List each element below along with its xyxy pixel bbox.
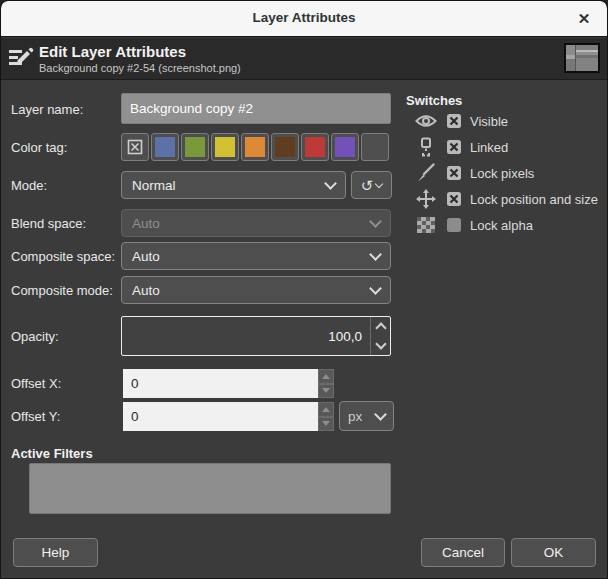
unit-dropdown[interactable]: px — [339, 401, 394, 431]
opacity-spinbox[interactable]: 100,0 — [121, 316, 391, 356]
layer-thumbnail — [564, 43, 600, 73]
chevron-down-icon — [369, 282, 382, 295]
active-filters-list[interactable] — [29, 463, 391, 514]
blend-space-label: Blend space: — [11, 216, 86, 231]
switch-row-lock-pixels: Lock pixels — [413, 162, 534, 184]
chevron-down-icon — [375, 180, 383, 188]
spin-up-icon[interactable] — [318, 369, 334, 384]
color-tag-orange-button[interactable] — [241, 133, 269, 161]
color-tag-yellow-button[interactable] — [211, 133, 239, 161]
lock-alpha-checkbox[interactable] — [447, 218, 461, 232]
dialog-header: Edit Layer Attributes Background copy #2… — [1, 38, 607, 80]
visible-checkbox[interactable] — [447, 114, 461, 128]
crossed-box-icon — [127, 139, 143, 155]
move-icon — [413, 189, 439, 209]
mode-dropdown[interactable]: Normal — [121, 171, 346, 199]
linked-checkbox[interactable] — [447, 140, 461, 154]
switch-row-visible: Visible — [413, 110, 508, 132]
color-tag-red-button[interactable] — [301, 133, 329, 161]
spin-up-icon[interactable] — [371, 317, 390, 336]
help-button[interactable]: Help — [13, 538, 98, 567]
switch-row-lock-position: Lock position and size — [413, 188, 598, 210]
mode-group-reset-button[interactable]: ↺ — [351, 171, 392, 199]
offset-y-input[interactable] — [123, 402, 318, 431]
switch-label: Linked — [470, 140, 508, 155]
opacity-spinner[interactable] — [370, 317, 390, 355]
chevron-down-icon — [369, 215, 382, 228]
lock-pixels-checkbox[interactable] — [447, 166, 461, 180]
active-filters-heading: Active Filters — [11, 446, 93, 461]
layer-name-input[interactable] — [121, 93, 391, 124]
offset-x-spinner[interactable] — [318, 369, 334, 398]
switch-label: Lock pixels — [470, 166, 534, 181]
checkerboard-icon — [413, 217, 439, 233]
offset-x-input[interactable] — [123, 369, 318, 398]
composite-space-dropdown[interactable]: Auto — [121, 242, 391, 270]
spin-down-icon[interactable] — [371, 336, 390, 355]
color-tag-row — [121, 133, 389, 161]
color-tag-empty-button[interactable] — [361, 133, 389, 161]
composite-space-label: Composite space: — [11, 249, 115, 264]
ok-button[interactable]: OK — [511, 538, 596, 567]
color-tag-none-button[interactable] — [121, 133, 149, 161]
layer-attributes-dialog: Layer Attributes ✕ Edit Layer Attributes… — [0, 0, 608, 579]
switch-label: Lock position and size — [470, 192, 598, 207]
eye-icon — [413, 113, 439, 129]
color-tag-green-button[interactable] — [181, 133, 209, 161]
mode-label: Mode: — [11, 178, 47, 193]
lock-position-checkbox[interactable] — [447, 192, 461, 206]
switch-label: Lock alpha — [470, 218, 533, 233]
paintbrush-icon — [413, 163, 439, 183]
switch-row-lock-alpha: Lock alpha — [413, 214, 533, 236]
unit-value: px — [348, 409, 376, 424]
spin-down-icon[interactable] — [318, 417, 334, 432]
color-tag-blue-button[interactable] — [151, 133, 179, 161]
header-title: Edit Layer Attributes — [39, 43, 186, 60]
opacity-value: 100,0 — [122, 317, 370, 355]
offset-x-label: Offset X: — [11, 376, 61, 391]
offset-y-spinner[interactable] — [318, 402, 334, 431]
cancel-button[interactable]: Cancel — [421, 538, 505, 567]
composite-mode-dropdown[interactable]: Auto — [121, 276, 391, 304]
edit-layer-icon — [8, 45, 34, 75]
close-icon[interactable]: ✕ — [574, 9, 594, 29]
color-tag-label: Color tag: — [11, 140, 67, 155]
chevron-down-icon — [324, 177, 337, 190]
layer-name-label: Layer name: — [11, 102, 83, 117]
composite-mode-label: Composite mode: — [11, 283, 113, 298]
switches-heading: Switches — [406, 93, 462, 108]
titlebar: Layer Attributes ✕ — [1, 1, 607, 37]
chevron-down-icon — [374, 408, 387, 421]
window-title: Layer Attributes — [1, 10, 607, 25]
offset-y-label: Offset Y: — [11, 409, 60, 424]
spin-up-icon[interactable] — [318, 402, 334, 417]
reset-icon: ↺ — [361, 178, 374, 193]
chevron-down-icon — [369, 248, 382, 261]
spin-down-icon[interactable] — [318, 384, 334, 399]
blend-space-value: Auto — [132, 216, 371, 231]
composite-mode-value: Auto — [132, 283, 371, 298]
switch-row-linked: Linked — [413, 136, 508, 158]
switch-label: Visible — [470, 114, 508, 129]
blend-space-dropdown: Auto — [121, 209, 391, 237]
chain-icon — [413, 137, 439, 157]
mode-value: Normal — [132, 178, 326, 193]
header-subtitle: Background copy #2-54 (screenshot.png) — [39, 62, 241, 74]
composite-space-value: Auto — [132, 249, 371, 264]
color-tag-purple-button[interactable] — [331, 133, 359, 161]
color-tag-brown-button[interactable] — [271, 133, 299, 161]
opacity-label: Opacity: — [11, 329, 59, 344]
